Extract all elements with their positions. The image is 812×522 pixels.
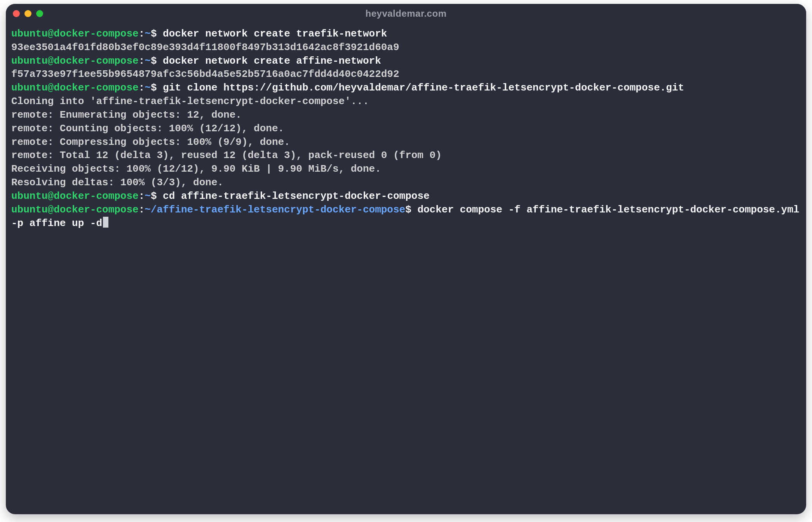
traffic-lights [13,10,43,17]
prompt-path: ~ [145,28,151,40]
output-line: Receiving objects: 100% (12/12), 9.90 Ki… [11,163,381,175]
prompt-separator: : [139,28,145,40]
minimize-icon[interactable] [24,10,31,17]
prompt-dollar: $ [151,82,157,94]
output-line: 93ee3501a4f01fd80b3ef0c89e393d4f11800f84… [11,42,399,53]
command-text: cd affine-traefik-letsencrypt-docker-com… [157,190,429,202]
output-line: remote: Compressing objects: 100% (9/9),… [11,136,290,148]
prompt-user: ubuntu@docker-compose [11,28,139,40]
maximize-icon[interactable] [36,10,43,17]
prompt-separator: : [139,190,145,202]
cursor-icon [103,217,108,227]
output-line: remote: Total 12 (delta 3), reused 12 (d… [11,150,442,161]
close-icon[interactable] [13,10,20,17]
prompt-dollar: $ [405,204,411,216]
command-text: docker network create traefik-network [157,28,387,40]
prompt-user: ubuntu@docker-compose [11,55,139,67]
output-line: remote: Enumerating objects: 12, done. [11,109,242,121]
prompt-user: ubuntu@docker-compose [11,190,139,202]
prompt-path: ~/affine-traefik-letsencrypt-docker-comp… [145,204,405,216]
window-title: heyvaldemar.com [366,8,447,19]
prompt-separator: : [139,55,145,67]
prompt-separator: : [139,82,145,94]
prompt-user: ubuntu@docker-compose [11,204,139,216]
prompt-path: ~ [145,55,151,67]
terminal-body[interactable]: ubuntu@docker-compose:~$ docker network … [6,23,806,235]
prompt-dollar: $ [151,55,157,67]
output-line: Resolving deltas: 100% (3/3), done. [11,177,223,188]
titlebar: heyvaldemar.com [6,4,806,23]
prompt-user: ubuntu@docker-compose [11,82,139,94]
terminal-window: heyvaldemar.com ubuntu@docker-compose:~$… [6,4,806,514]
output-line: f57a733e97f1ee55b9654879afc3c56bd4a5e52b… [11,68,399,80]
prompt-separator: : [139,204,145,216]
output-line: remote: Counting objects: 100% (12/12), … [11,123,284,134]
prompt-path: ~ [145,190,151,202]
prompt-dollar: $ [151,190,157,202]
output-line: Cloning into 'affine-traefik-letsencrypt… [11,96,369,107]
prompt-path: ~ [145,82,151,94]
prompt-dollar: $ [151,28,157,40]
command-text: docker network create affine-network [157,55,381,67]
command-text: git clone https://github.com/heyvaldemar… [157,82,684,94]
